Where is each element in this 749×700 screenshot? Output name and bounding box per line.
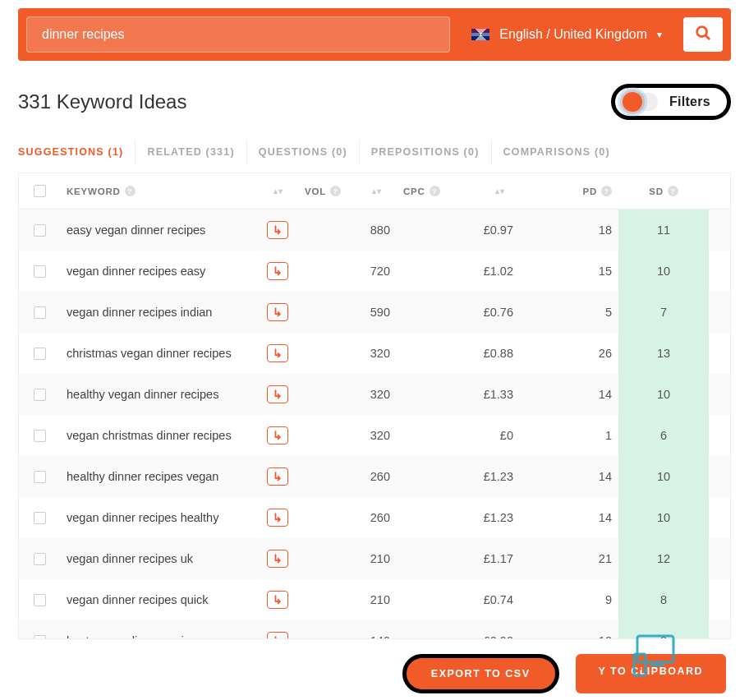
language-label: English / United Kingdom [499,27,647,42]
search-icon [694,24,712,45]
sort-icon[interactable]: ▴▾ [372,187,390,196]
vol-value: 260 [298,458,397,495]
col-cpc[interactable]: CPC [403,187,425,196]
expand-icon[interactable]: ↳ [267,509,288,527]
filters-toggle[interactable]: Filters [611,84,731,120]
tab[interactable]: QUESTIONS (0) [247,140,360,164]
sd-value: 8 [618,579,709,620]
row-checkbox[interactable] [34,306,46,319]
row-checkbox[interactable] [34,471,46,483]
keyword-text: vegan dinner recipes healthy [67,511,259,524]
footer-actions: EXPORT TO CSV Y TO CLIPBOARD [0,639,749,700]
expand-icon[interactable]: ↳ [267,262,288,280]
tab[interactable]: SUGGESTIONS (1) [18,140,136,164]
expand-icon[interactable]: ↳ [267,591,288,609]
cpc-value: £1.17 [397,541,520,577]
tab[interactable]: PREPOSITIONS (0) [360,140,492,164]
info-icon: ? [330,186,341,196]
table-row: easy vegan dinner recipes↳880£0.971811 [19,210,730,251]
row-checkbox[interactable] [34,348,46,360]
pd-value: 14 [520,458,618,495]
expand-icon[interactable]: ↳ [267,426,288,444]
pd-value: 9 [520,582,618,618]
uk-flag-icon [471,29,489,40]
table-row: vegan dinner recipes indian↳590£0.7657 [19,292,730,333]
search-button[interactable] [683,17,723,52]
keyword-text: vegan dinner recipes uk [67,552,259,565]
table-row: vegan dinner recipes quick↳210£0.7498 [19,579,730,620]
row-checkbox[interactable] [34,430,46,442]
expand-icon[interactable]: ↳ [267,550,288,568]
table-row: vegan dinner recipes easy↳720£1.021510 [19,251,730,292]
pd-value: 15 [520,253,618,289]
row-checkbox[interactable] [34,389,46,401]
row-checkbox[interactable] [34,635,46,639]
expand-icon[interactable]: ↳ [267,344,288,362]
col-sd[interactable]: SD [649,187,664,196]
expand-icon[interactable]: ↳ [267,467,288,486]
sd-value: 11 [618,210,709,251]
language-selector[interactable]: English / United Kingdom ▾ [458,19,675,50]
copy-clipboard-button[interactable]: Y TO CLIPBOARD [576,654,727,693]
expand-icon[interactable]: ↳ [267,303,288,321]
sort-icon[interactable]: ▴▾ [495,187,513,196]
cpc-value: £1.23 [397,458,520,495]
cpc-value: £0 [397,417,520,454]
keyword-text: christmas vegan dinner recipes [67,347,259,360]
table-row: healthy dinner recipes vegan↳260£1.23141… [19,456,730,497]
export-csv-button[interactable]: EXPORT TO CSV [402,654,559,693]
vol-value: 320 [298,376,397,412]
tab[interactable]: COMPARISONS (0) [492,140,622,164]
col-keyword[interactable]: KEYWORD [67,187,121,196]
select-all-checkbox[interactable] [34,185,46,197]
table-row: healthy vegan dinner recipes↳320£1.33141… [19,374,730,415]
page-title: 331 Keyword Ideas [18,90,186,113]
sd-value: 10 [618,251,709,292]
table-body[interactable]: easy vegan dinner recipes↳880£0.971811ve… [19,210,730,638]
pd-value: 10 [520,623,618,638]
sd-value: 8 [618,620,709,638]
sd-value: 10 [618,497,709,538]
sd-value: 7 [618,292,709,333]
sd-value: 12 [618,538,709,579]
table-row: best vegan dinner recipes↳140£0.90108 [19,620,730,638]
keyword-text: healthy vegan dinner recipes [67,388,259,401]
chevron-down-icon: ▾ [657,29,662,40]
sd-value: 10 [618,456,709,497]
pd-value: 14 [520,376,618,412]
col-vol[interactable]: VOL [305,187,326,196]
filters-label: Filters [669,94,710,109]
pd-value: 18 [520,212,618,248]
toggle-switch[interactable] [623,93,658,111]
cpc-value: £1.23 [397,500,520,536]
vol-value: 320 [298,335,397,371]
cpc-value: £0.90 [397,623,520,638]
col-pd[interactable]: PD [582,187,597,196]
expand-icon[interactable]: ↳ [267,385,288,403]
keyword-text: vegan dinner recipes indian [67,306,259,319]
search-input[interactable] [26,16,450,53]
expand-icon[interactable]: ↳ [267,221,288,239]
sd-value: 13 [618,333,709,374]
row-checkbox[interactable] [34,265,46,278]
cpc-value: £0.97 [397,212,520,248]
keyword-text: vegan dinner recipes easy [67,265,259,278]
vol-value: 880 [298,212,397,248]
row-checkbox[interactable] [34,553,46,565]
table-row: christmas vegan dinner recipes↳320£0.882… [19,333,730,374]
vol-value: 320 [298,417,397,454]
pd-value: 21 [520,541,618,577]
info-icon: ? [430,186,440,196]
table-row: vegan christmas dinner recipes↳320£016 [19,415,730,456]
pd-value: 26 [520,335,618,371]
vol-value: 590 [298,294,397,330]
row-checkbox[interactable] [34,594,46,606]
row-checkbox[interactable] [34,512,46,524]
expand-icon[interactable]: ↳ [267,632,288,638]
info-icon: ? [668,186,678,196]
cpc-value: £1.33 [397,376,520,412]
sd-value: 10 [618,374,709,415]
sort-icon[interactable]: ▴▾ [273,187,292,196]
tab[interactable]: RELATED (331) [136,140,246,164]
row-checkbox[interactable] [34,224,46,237]
